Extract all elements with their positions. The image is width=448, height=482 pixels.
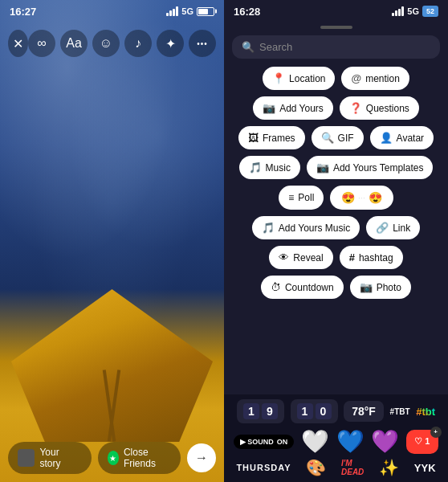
- countdown-sticker[interactable]: ⏱ Countdown: [261, 276, 344, 299]
- status-bar-right: 16:28 5G 52: [224, 0, 448, 22]
- music-sticker[interactable]: 🎵 Music: [239, 156, 300, 179]
- purple-heart-sticker[interactable]: 💜: [371, 428, 399, 455]
- bottom-bar[interactable]: Your story ★ Close Friends →: [0, 442, 224, 474]
- next-button[interactable]: →: [187, 443, 216, 472]
- tbt-sticker-plain[interactable]: #TBT: [390, 407, 410, 416]
- more-button[interactable]: •••: [189, 30, 216, 57]
- questions-sticker[interactable]: ❓ Questions: [340, 96, 419, 120]
- frames-sticker[interactable]: 🖼 Frames: [238, 126, 305, 149]
- your-story-button[interactable]: Your story: [8, 442, 92, 474]
- music-button[interactable]: ♪: [124, 30, 152, 57]
- location-sticker[interactable]: 📍 Location: [263, 67, 335, 90]
- add-yours-sticker[interactable]: 📷 Add Yours: [253, 96, 333, 120]
- recording-badge: 52: [422, 6, 438, 17]
- battery-icon: [197, 7, 214, 16]
- sticker-row-7: 👁 Reveal # hashtag: [232, 246, 440, 269]
- network-right: 5G: [407, 6, 419, 16]
- yyk-sticker[interactable]: yyk: [414, 462, 436, 474]
- time-left: 16:27: [10, 6, 36, 18]
- colorful-sticker-2[interactable]: ✨: [379, 458, 399, 477]
- thursday-sticker[interactable]: THURSDAY: [236, 463, 291, 472]
- left-panel: 16:27 5G ✕ ∞ Aa ☺ ♪ ✦ •••: [0, 0, 224, 482]
- avatar-sticker[interactable]: 👤 Avatar: [370, 126, 434, 149]
- sticker-row-6: 🎵 Add Yours Music 🔗 Link: [232, 216, 440, 239]
- imdead-sticker[interactable]: I'MDEAD: [341, 459, 364, 476]
- sticker-row-4: 🎵 Music 📷 Add Yours Templates: [232, 156, 440, 179]
- network-left: 5G: [181, 6, 193, 16]
- sticker-row-1: 📍 Location @ mention: [232, 67, 440, 90]
- friends-icon: ★: [108, 451, 119, 465]
- mention-sticker[interactable]: @ mention: [341, 67, 409, 90]
- status-bar-left: 16:27 5G: [0, 0, 224, 22]
- sticker-row-8: ⏱ Countdown 📷 Photo: [232, 276, 440, 299]
- status-icons-left: 5G: [166, 6, 214, 16]
- photo-sticker[interactable]: 📷 Photo: [350, 276, 411, 299]
- number-sticker-10[interactable]: 1 0: [291, 399, 338, 423]
- sound-on-sticker[interactable]: ▶ SOUND ON: [234, 435, 294, 449]
- blue-heart-sticker[interactable]: 💙: [336, 428, 365, 455]
- search-input[interactable]: Search: [259, 41, 292, 53]
- search-bar[interactable]: 🔍 Search: [232, 35, 440, 59]
- add-yours-music-sticker[interactable]: 🎵 Add Yours Music: [252, 216, 360, 239]
- signal-icon-right: [392, 6, 404, 16]
- emoji-slider-sticker[interactable]: 😍 ··· 😍: [330, 186, 393, 210]
- toolbar-center: ∞ Aa ☺ ♪ ✦ •••: [28, 30, 216, 57]
- close-friends-button[interactable]: ★ Close Friends: [98, 442, 181, 474]
- gif-sticker[interactable]: 🔍 GIF: [312, 126, 364, 149]
- tbt-sticker-colorful[interactable]: #tbt: [416, 404, 435, 419]
- number-sticker-19[interactable]: 1 9: [237, 399, 284, 423]
- add-yours-templates-sticker[interactable]: 📷 Add Yours Templates: [307, 156, 434, 179]
- hashtag-sticker-chip[interactable]: # hashtag: [340, 246, 403, 269]
- reveal-sticker[interactable]: 👁 Reveal: [269, 246, 332, 269]
- story-thumbnail: [18, 449, 35, 467]
- toolbar-left[interactable]: ✕ ∞ Aa ☺ ♪ ✦ •••: [0, 26, 224, 61]
- signal-icon: [166, 6, 178, 16]
- umbrella: [0, 281, 224, 442]
- sticker-numbers-row: 1 9 1 0 78°F #TBT #tbt: [230, 399, 442, 423]
- search-icon: 🔍: [242, 41, 255, 53]
- loop-button[interactable]: ∞: [28, 30, 55, 57]
- face-button[interactable]: ☺: [92, 30, 120, 57]
- drag-handle: [320, 26, 352, 29]
- right-panel: 16:28 5G 52 🔍 Search 📍 Location @: [224, 0, 448, 482]
- sticker-row-3: 🖼 Frames 🔍 GIF 👤 Avatar: [232, 126, 440, 149]
- link-sticker[interactable]: 🔗 Link: [366, 216, 420, 239]
- text-button[interactable]: Aa: [60, 30, 88, 57]
- sticker-row-5: ≡ Poll 😍 ··· 😍: [232, 186, 440, 210]
- sticker-emoji-row: ▶ SOUND ON 🤍 💙 💜 ♡ 1 +: [230, 428, 442, 455]
- sticker-grid: 📍 Location @ mention 📷 Add Yours ❓ Quest…: [224, 62, 448, 394]
- temp-sticker[interactable]: 78°F: [344, 401, 384, 422]
- poll-sticker[interactable]: ≡ Poll: [279, 186, 324, 210]
- sparkle-button[interactable]: ✦: [157, 30, 184, 57]
- status-icons-right: 5G 52: [392, 6, 438, 17]
- close-button[interactable]: ✕: [8, 30, 28, 57]
- notification-sticker[interactable]: ♡ 1 +: [406, 430, 438, 454]
- bottom-sticker-tray: 1 9 1 0 78°F #TBT #tbt ▶ SOUND ON 🤍: [224, 394, 448, 482]
- colorful-sticker-1[interactable]: 🎨: [306, 458, 326, 477]
- time-right: 16:28: [234, 6, 260, 18]
- white-heart-sticker[interactable]: 🤍: [301, 428, 329, 455]
- text-sticker-row: THURSDAY 🎨 I'MDEAD ✨ yyk: [230, 458, 442, 477]
- sticker-row-2: 📷 Add Yours ❓ Questions: [232, 96, 440, 120]
